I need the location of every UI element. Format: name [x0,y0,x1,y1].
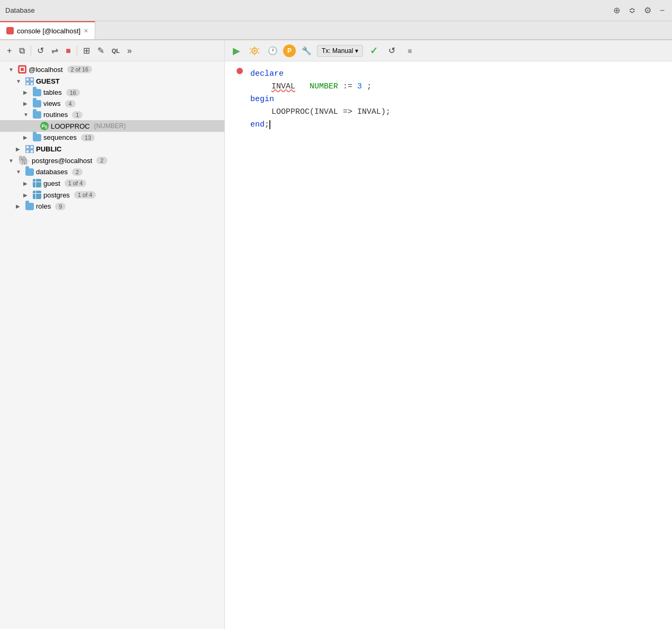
sidebar-toolbar: + ⧉ ↺ ⇌ ■ ⊞ ✎ QL » [0,40,224,61]
editor-toolbar: ▶ 🕐 P 🔧 Tx: Manual ▾ ✓ [225,40,672,61]
chevron-localhost [8,67,16,73]
line-1-gutter [233,68,246,74]
rollback-button[interactable]: ↺ [384,43,399,58]
chevron-roles [16,203,23,209]
tree-item-public-schema[interactable]: PUBLIC [0,143,224,155]
profile-button[interactable]: P [283,44,296,57]
svg-rect-4 [26,146,29,149]
code-line-2: INVAL NUMBER := 3 ; [233,80,664,93]
assign-op: := [343,82,357,91]
run-button[interactable]: ▶ [229,43,244,58]
clock-button[interactable]: 🕐 [265,43,280,58]
var-inval: INVAL [271,82,295,91]
console-tab[interactable]: console [@localhost] ✕ [0,21,95,39]
public-schema-label: PUBLIC [36,145,61,153]
refresh-button[interactable]: ↺ [34,44,47,57]
svg-rect-0 [26,78,29,81]
tree-item-databases[interactable]: databases 2 [0,166,224,177]
commit-button[interactable]: ✓ [366,43,381,58]
filter-icon[interactable]: ≎ [626,4,638,16]
guest-db-badge: 1 of 4 [65,179,87,187]
wrench-button[interactable]: 🔧 [299,43,314,58]
tab-bar: console [@localhost] ✕ [0,21,672,40]
top-bar-title: Database [5,6,35,14]
code-editor[interactable]: declare INVAL NUMBER := 3 ; [225,61,672,629]
more-button[interactable]: » [124,44,134,57]
views-badge: 4 [65,100,76,107]
svg-line-12 [250,52,251,53]
views-folder-icon [33,100,41,107]
settings-icon[interactable]: ⚙ [642,4,653,16]
chevron-public [16,146,23,152]
main-content: + ⧉ ↺ ⇌ ■ ⊞ ✎ QL » @localhost 2 of 16 [0,40,672,629]
stop-exec-button[interactable]: ■ [402,43,417,58]
chevron-databases [16,169,23,175]
minimize-icon[interactable]: − [658,5,667,16]
sequences-badge: 13 [81,134,95,141]
console-tab-close[interactable]: ✕ [84,28,88,34]
semicolon-1: ; [367,82,371,91]
postgres-pg-icon: 🐘 [18,156,30,165]
guest-schema-icon [25,77,34,85]
editor-panel: ▶ 🕐 P 🔧 Tx: Manual ▾ ✓ [225,40,672,629]
loopproc-label: LOOPPROC [51,122,90,130]
line-3-content: begin [250,93,664,106]
sequences-label: sequences [43,133,77,141]
tree-item-roles[interactable]: roles 9 [0,201,224,212]
postgres-db-badge: 1 of 4 [74,191,96,199]
copy-button[interactable]: ⧉ [16,44,28,57]
tree-item-routines[interactable]: routines 1 [0,109,224,120]
toolbar-separator-2 [77,46,77,56]
add-connection-icon[interactable]: ⊕ [611,4,622,16]
tree-item-localhost[interactable]: @localhost 2 of 16 [0,64,224,75]
keyword-declare: declare [250,69,284,78]
chevron-guest [16,78,23,84]
top-bar-icons: ⊕ ≎ ⚙ − [611,4,667,16]
routines-badge: 1 [72,111,83,119]
line-1-content: declare [250,68,664,80]
console-tab-icon [6,27,14,34]
tree-item-views[interactable]: views 4 [0,98,224,109]
code-line-3: begin [233,93,664,106]
public-schema-icon [25,145,34,153]
code-line-1: declare [233,68,664,80]
chevron-postgres-localhost [8,158,16,164]
loopproc-call: LOOPPROC(INVAL => INVAL); [271,107,391,116]
sync-button[interactable]: ⇌ [49,44,61,57]
debug-button[interactable] [247,43,262,58]
tree-item-tables[interactable]: tables 16 [0,87,224,98]
top-bar: Database ⊕ ≎ ⚙ − [0,0,672,21]
line-2-content: INVAL NUMBER := 3 ; [250,80,664,93]
postgres-db-icon [33,191,41,199]
tree-item-sequences[interactable]: sequences 13 [0,132,224,143]
stop-button[interactable]: ■ [63,44,74,57]
console-tab-label: console [@localhost] [17,27,80,35]
sequences-folder-icon [33,134,41,141]
tables-label: tables [43,88,62,96]
toolbar-separator-1 [31,46,31,56]
tree-item-guest-db[interactable]: guest 1 of 4 [0,177,224,189]
chevron-routines [23,112,31,118]
ql-button[interactable]: QL [109,46,122,56]
code-line-4: LOOPPROC(INVAL => INVAL); [233,106,664,119]
guest-db-label: guest [43,179,60,187]
edit-button[interactable]: ✎ [95,44,107,57]
postgres-localhost-label: postgres@localhost [32,157,92,165]
tx-label: Tx: Manual [322,47,353,55]
svg-point-9 [253,50,256,52]
chevron-sequences [23,134,31,140]
svg-rect-5 [30,146,33,149]
add-button[interactable]: + [4,44,14,57]
svg-line-10 [250,48,251,49]
chevron-postgres-db [23,192,31,198]
tx-manual-dropdown[interactable]: Tx: Manual ▾ [317,45,363,57]
tree-item-guest-schema[interactable]: GUEST [0,75,224,87]
svg-line-13 [258,52,259,53]
tree-item-postgres-localhost[interactable]: 🐘 postgres@localhost 2 [0,155,224,166]
grid-button[interactable]: ⊞ [80,44,93,57]
end-semicolon: ; [265,120,270,129]
tree-item-postgres-db[interactable]: postgres 1 of 4 [0,189,224,201]
postgres-localhost-badge: 2 [96,157,107,164]
tree-item-loopproc[interactable]: Pg LOOPPROC (NUMBER) [0,120,224,132]
code-line-5: end; [233,119,664,131]
